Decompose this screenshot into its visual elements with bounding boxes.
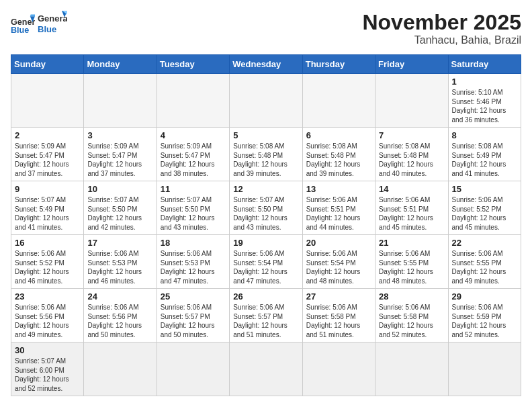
calendar-cell: 6Sunrise: 5:08 AMSunset: 5:48 PMDaylight… — [302, 128, 375, 181]
weekday-header-friday: Friday — [375, 55, 448, 74]
calendar-cell: 28Sunrise: 5:06 AMSunset: 5:58 PMDayligh… — [375, 289, 448, 342]
weekday-header-sunday: Sunday — [11, 55, 84, 74]
cell-info: Sunrise: 5:06 AMSunset: 5:51 PMDaylight:… — [379, 195, 444, 232]
weekday-header-monday: Monday — [84, 55, 157, 74]
cell-info: Sunrise: 5:06 AMSunset: 5:55 PMDaylight:… — [452, 249, 517, 285]
day-number: 30 — [15, 345, 80, 355]
day-number: 21 — [379, 238, 444, 248]
calendar-cell: 13Sunrise: 5:06 AMSunset: 5:51 PMDayligh… — [302, 181, 375, 235]
calendar-cell: 30Sunrise: 5:07 AMSunset: 6:00 PMDayligh… — [11, 342, 84, 396]
weekday-header-saturday: Saturday — [448, 55, 521, 74]
day-number: 18 — [161, 238, 226, 248]
calendar-week-row: 1Sunrise: 5:10 AMSunset: 5:46 PMDaylight… — [11, 74, 521, 128]
calendar-table: SundayMondayTuesdayWednesdayThursdayFrid… — [11, 54, 521, 396]
calendar-cell: 17Sunrise: 5:06 AMSunset: 5:53 PMDayligh… — [84, 235, 157, 289]
cell-info: Sunrise: 5:06 AMSunset: 5:54 PMDaylight:… — [233, 249, 298, 285]
day-number: 22 — [452, 238, 517, 248]
day-number: 19 — [233, 238, 298, 248]
cell-info: Sunrise: 5:07 AMSunset: 5:50 PMDaylight:… — [161, 195, 226, 232]
calendar-cell: 10Sunrise: 5:07 AMSunset: 5:50 PMDayligh… — [84, 181, 157, 235]
calendar-cell — [84, 74, 157, 128]
day-number: 10 — [87, 184, 152, 194]
calendar-cell: 5Sunrise: 5:08 AMSunset: 5:48 PMDaylight… — [230, 128, 302, 181]
calendar-cell: 11Sunrise: 5:07 AMSunset: 5:50 PMDayligh… — [157, 181, 229, 235]
day-number: 7 — [379, 130, 444, 140]
calendar-cell: 9Sunrise: 5:07 AMSunset: 5:49 PMDaylight… — [11, 181, 84, 235]
day-number: 27 — [306, 291, 371, 302]
cell-info: Sunrise: 5:07 AMSunset: 6:00 PMDaylight:… — [15, 357, 80, 393]
svg-marker-3 — [30, 15, 35, 17]
svg-text:Blue: Blue — [38, 24, 56, 34]
cell-info: Sunrise: 5:08 AMSunset: 5:48 PMDaylight:… — [233, 142, 298, 178]
calendar-week-row: 2Sunrise: 5:09 AMSunset: 5:47 PMDaylight… — [11, 128, 521, 181]
svg-text:Blue: Blue — [11, 26, 29, 35]
logo: General Blue General Blue — [11, 11, 67, 36]
cell-info: Sunrise: 5:06 AMSunset: 5:52 PMDaylight:… — [15, 249, 80, 285]
calendar-cell: 3Sunrise: 5:09 AMSunset: 5:47 PMDaylight… — [84, 128, 157, 181]
calendar-cell — [302, 74, 375, 128]
weekday-header-row: SundayMondayTuesdayWednesdayThursdayFrid… — [11, 55, 521, 74]
cell-info: Sunrise: 5:06 AMSunset: 5:53 PMDaylight:… — [87, 249, 152, 285]
weekday-header-thursday: Thursday — [302, 55, 375, 74]
page-header: General Blue General Blue November 2025 … — [11, 11, 521, 46]
calendar-cell: 14Sunrise: 5:06 AMSunset: 5:51 PMDayligh… — [375, 181, 448, 235]
cell-info: Sunrise: 5:09 AMSunset: 5:47 PMDaylight:… — [161, 142, 226, 178]
day-number: 13 — [306, 184, 371, 194]
weekday-header-tuesday: Tuesday — [157, 55, 229, 74]
cell-info: Sunrise: 5:09 AMSunset: 5:47 PMDaylight:… — [15, 142, 80, 178]
day-number: 29 — [452, 291, 517, 302]
calendar-week-row: 9Sunrise: 5:07 AMSunset: 5:49 PMDaylight… — [11, 181, 521, 235]
location: Tanhacu, Bahia, Brazil — [362, 34, 521, 46]
calendar-cell: 24Sunrise: 5:06 AMSunset: 5:56 PMDayligh… — [84, 289, 157, 342]
day-number: 6 — [306, 130, 371, 140]
calendar-cell — [230, 342, 302, 396]
month-title: November 2025 — [362, 11, 521, 34]
cell-info: Sunrise: 5:06 AMSunset: 5:58 PMDaylight:… — [379, 303, 444, 339]
day-number: 2 — [15, 130, 80, 140]
day-number: 16 — [15, 238, 80, 248]
day-number: 15 — [452, 184, 517, 194]
calendar-cell: 18Sunrise: 5:06 AMSunset: 5:53 PMDayligh… — [157, 235, 229, 289]
cell-info: Sunrise: 5:06 AMSunset: 5:55 PMDaylight:… — [379, 249, 444, 285]
cell-info: Sunrise: 5:09 AMSunset: 5:47 PMDaylight:… — [87, 142, 152, 178]
calendar-cell: 12Sunrise: 5:07 AMSunset: 5:50 PMDayligh… — [230, 181, 302, 235]
calendar-cell — [230, 74, 302, 128]
day-number: 26 — [233, 291, 298, 302]
weekday-header-wednesday: Wednesday — [230, 55, 302, 74]
day-number: 17 — [87, 238, 152, 248]
calendar-cell: 15Sunrise: 5:06 AMSunset: 5:52 PMDayligh… — [448, 181, 521, 235]
day-number: 14 — [379, 184, 444, 194]
calendar-cell: 26Sunrise: 5:06 AMSunset: 5:57 PMDayligh… — [230, 289, 302, 342]
calendar-cell: 23Sunrise: 5:06 AMSunset: 5:56 PMDayligh… — [11, 289, 84, 342]
day-number: 23 — [15, 291, 80, 302]
cell-info: Sunrise: 5:06 AMSunset: 5:59 PMDaylight:… — [452, 303, 517, 339]
cell-info: Sunrise: 5:06 AMSunset: 5:52 PMDaylight:… — [452, 195, 517, 232]
calendar-cell: 7Sunrise: 5:08 AMSunset: 5:48 PMDaylight… — [375, 128, 448, 181]
day-number: 3 — [87, 130, 152, 140]
calendar-week-row: 23Sunrise: 5:06 AMSunset: 5:56 PMDayligh… — [11, 289, 521, 342]
calendar-cell — [157, 342, 229, 396]
day-number: 28 — [379, 291, 444, 302]
cell-info: Sunrise: 5:08 AMSunset: 5:49 PMDaylight:… — [452, 142, 517, 178]
cell-info: Sunrise: 5:06 AMSunset: 5:57 PMDaylight:… — [233, 303, 298, 339]
day-number: 1 — [452, 77, 517, 87]
calendar-cell — [157, 74, 229, 128]
cell-info: Sunrise: 5:10 AMSunset: 5:46 PMDaylight:… — [452, 88, 517, 124]
cell-info: Sunrise: 5:06 AMSunset: 5:53 PMDaylight:… — [161, 249, 226, 285]
title-block: November 2025 Tanhacu, Bahia, Brazil — [362, 11, 521, 46]
cell-info: Sunrise: 5:06 AMSunset: 5:58 PMDaylight:… — [306, 303, 371, 339]
calendar-cell: 19Sunrise: 5:06 AMSunset: 5:54 PMDayligh… — [230, 235, 302, 289]
calendar-cell — [448, 342, 521, 396]
calendar-cell: 1Sunrise: 5:10 AMSunset: 5:46 PMDaylight… — [448, 74, 521, 128]
calendar-cell — [11, 74, 84, 128]
day-number: 12 — [233, 184, 298, 194]
day-number: 9 — [15, 184, 80, 194]
cell-info: Sunrise: 5:06 AMSunset: 5:56 PMDaylight:… — [15, 303, 80, 339]
calendar-cell: 27Sunrise: 5:06 AMSunset: 5:58 PMDayligh… — [302, 289, 375, 342]
calendar-cell: 20Sunrise: 5:06 AMSunset: 5:54 PMDayligh… — [302, 235, 375, 289]
day-number: 25 — [161, 291, 226, 302]
calendar-cell: 2Sunrise: 5:09 AMSunset: 5:47 PMDaylight… — [11, 128, 84, 181]
cell-info: Sunrise: 5:07 AMSunset: 5:49 PMDaylight:… — [15, 195, 80, 232]
calendar-cell: 25Sunrise: 5:06 AMSunset: 5:57 PMDayligh… — [157, 289, 229, 342]
cell-info: Sunrise: 5:06 AMSunset: 5:54 PMDaylight:… — [306, 249, 371, 285]
